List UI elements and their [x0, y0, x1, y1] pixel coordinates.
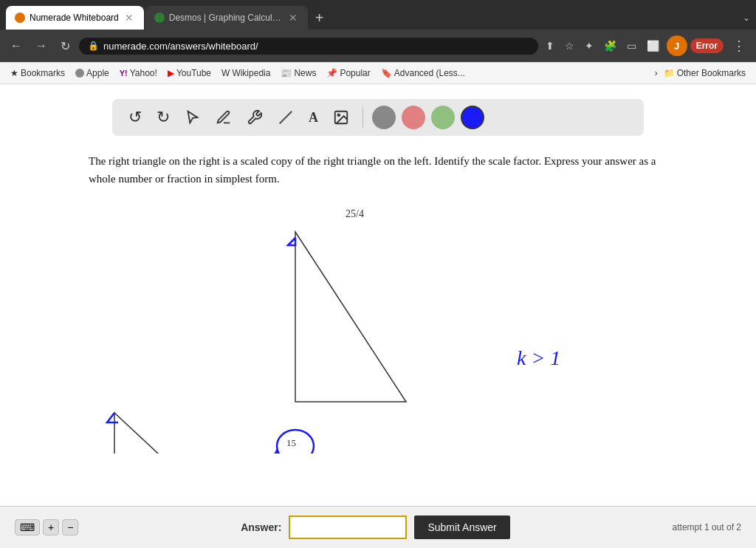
back-button[interactable]: ←	[6, 36, 27, 55]
select-tool[interactable]	[180, 106, 205, 129]
advanced-icon: 🔖	[381, 68, 392, 78]
popular-icon: 📌	[326, 68, 337, 78]
bookmark-wikipedia[interactable]: W Wikipedia	[217, 66, 275, 80]
tab-bar: Numerade Whiteboard ✕ Desmos | Graphing …	[0, 0, 756, 30]
apple-label: Apple	[86, 68, 109, 78]
svg-text:k > 1: k > 1	[517, 346, 560, 369]
yahoo-label: Yahoo!	[130, 68, 157, 78]
lock-icon: 🔒	[88, 41, 99, 51]
redo-button[interactable]: ↻	[152, 105, 174, 130]
svg-marker-4	[295, 232, 406, 402]
attempt-text: attempt 1 out of 2	[673, 522, 741, 532]
advanced-label: Advanced (Less...	[394, 68, 465, 78]
reload-button[interactable]: ↻	[56, 36, 75, 56]
news-label: News	[294, 68, 316, 78]
line-tool[interactable]	[273, 106, 298, 129]
share-icon[interactable]: ⬆	[543, 38, 557, 53]
canvas-area[interactable]: 25/4 5 12 15	[0, 195, 756, 453]
new-tab-button[interactable]: +	[309, 7, 330, 30]
extension-icon[interactable]: ✦	[582, 38, 597, 53]
window-icon[interactable]: ⬜	[644, 38, 662, 53]
svg-point-10	[277, 430, 314, 453]
question-area: The right triangle on the right is a sca…	[0, 145, 756, 195]
bookmarks-label: Bookmarks	[21, 68, 65, 78]
page-content: ↺ ↻ A The right tri	[0, 84, 756, 548]
tab-desmos[interactable]: Desmos | Graphing Calculato ✕	[145, 6, 308, 30]
profile-button[interactable]: J	[667, 35, 687, 56]
address-bar-row: ← → ↻ 🔒 numerade.com/answers/whiteboard/…	[0, 30, 756, 62]
image-tool[interactable]	[329, 106, 354, 129]
more-bookmarks-btn[interactable]: ›	[655, 68, 658, 78]
news-icon: 📰	[281, 68, 292, 78]
answer-label: Answer:	[241, 521, 281, 533]
address-text: numerade.com/answers/whiteboard/	[103, 41, 529, 52]
color-blue[interactable]	[461, 106, 484, 129]
bookmark-advanced[interactable]: 🔖 Advanced (Less...	[377, 66, 470, 80]
address-bar[interactable]: 🔒 numerade.com/answers/whiteboard/	[79, 38, 538, 55]
puzzle-icon[interactable]: 🧩	[601, 38, 619, 53]
text-tool[interactable]: A	[304, 107, 323, 129]
toolbar-divider	[362, 107, 363, 128]
apple-icon	[75, 69, 84, 78]
bookmark-yahoo[interactable]: Y! Yahoo!	[115, 66, 162, 80]
undo-button[interactable]: ↺	[124, 105, 146, 130]
tab-numerade[interactable]: Numerade Whiteboard ✕	[6, 6, 144, 30]
address-actions: ⬆ ☆ ✦ 🧩 ▭ ⬜ J Error ⋮	[543, 35, 750, 56]
svg-marker-11	[269, 450, 281, 453]
cast-icon[interactable]: ▭	[624, 38, 639, 53]
svg-text:15: 15	[286, 437, 296, 448]
wikipedia-label: Wikipedia	[232, 68, 270, 78]
zoom-out-icon[interactable]: −	[62, 519, 78, 535]
bookmarks-bar: ★ Bookmarks Apple Y! Yahoo! ▶ YouTube W …	[0, 62, 756, 84]
svg-text:25/4: 25/4	[346, 208, 364, 219]
submit-button[interactable]: Submit Answer	[414, 516, 509, 539]
bookmark-youtube[interactable]: ▶ YouTube	[163, 66, 216, 80]
answer-area: ⌨ + − Answer: Submit Answer attempt 1 ou…	[0, 506, 756, 548]
tab-expand-button[interactable]: ⌄	[743, 13, 750, 23]
bookmark-bookmarks[interactable]: ★ Bookmarks	[6, 66, 69, 80]
tab-numerade-icon	[15, 13, 25, 23]
keyboard-icon-area: ⌨ + −	[15, 519, 78, 535]
error-badge: Error	[690, 38, 724, 53]
svg-marker-5	[114, 413, 221, 453]
bookmark-popular[interactable]: 📌 Popular	[322, 66, 374, 80]
color-gray[interactable]	[372, 106, 396, 129]
question-text: The right triangle on the right is a sca…	[89, 152, 667, 188]
keyboard-icon[interactable]: ⌨	[15, 519, 40, 535]
bookmark-news[interactable]: 📰 News	[276, 66, 320, 80]
tab-numerade-close[interactable]: ✕	[123, 12, 135, 24]
menu-button[interactable]: ⋮	[728, 36, 750, 55]
tab-desmos-icon	[154, 13, 165, 23]
color-pink[interactable]	[402, 106, 425, 129]
tab-desmos-title: Desmos | Graphing Calculato	[169, 13, 283, 23]
drawing-svg: 25/4 5 12 15	[0, 195, 756, 453]
settings-tool[interactable]	[242, 106, 267, 129]
profile-area: J Error	[667, 35, 724, 56]
bookmarks-icon: ★	[10, 68, 18, 78]
other-bookmarks[interactable]: 📁 Other Bookmarks	[659, 66, 750, 80]
youtube-label: YouTube	[176, 68, 211, 78]
drawing-toolbar: ↺ ↻ A	[112, 99, 644, 136]
forward-button[interactable]: →	[31, 36, 52, 55]
pencil-tool[interactable]	[211, 106, 236, 129]
folder-icon: 📁	[664, 68, 675, 78]
svg-point-2	[337, 114, 340, 116]
star-icon[interactable]: ☆	[562, 38, 577, 53]
svg-line-0	[280, 112, 292, 124]
bookmark-apple[interactable]: Apple	[71, 66, 114, 80]
tab-desmos-close[interactable]: ✕	[287, 12, 299, 24]
yahoo-icon: Y!	[120, 69, 128, 78]
browser-chrome: Numerade Whiteboard ✕ Desmos | Graphing …	[0, 0, 756, 84]
answer-left: ⌨ + −	[15, 519, 78, 535]
other-bookmarks-label: Other Bookmarks	[677, 68, 746, 78]
popular-label: Popular	[340, 68, 370, 78]
zoom-in-icon[interactable]: +	[43, 519, 59, 535]
tab-numerade-title: Numerade Whiteboard	[30, 13, 119, 23]
answer-input[interactable]	[289, 516, 407, 539]
answer-input-area: Answer: Submit Answer	[241, 516, 510, 539]
wikipedia-icon: W	[221, 68, 230, 78]
color-green[interactable]	[431, 106, 455, 129]
youtube-icon: ▶	[168, 68, 174, 78]
